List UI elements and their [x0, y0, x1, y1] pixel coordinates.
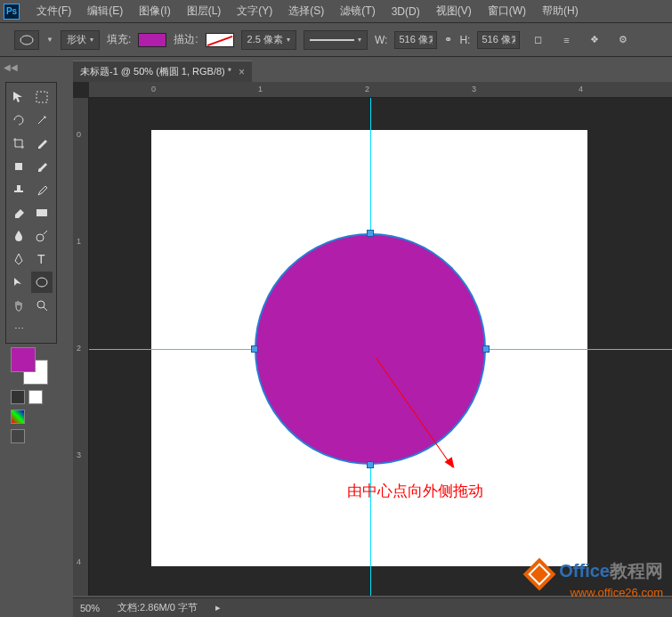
stroke-style-dropdown[interactable]: ▾ — [304, 30, 368, 50]
move-tool[interactable] — [8, 86, 29, 108]
app-logo: Ps — [4, 4, 20, 20]
arrange-icon[interactable]: ❖ — [584, 30, 605, 50]
annotation-text: 由中心点向外侧拖动 — [347, 481, 483, 501]
ruler-tick: 3 — [472, 85, 476, 93]
menu-bar: Ps 文件(F) 编辑(E) 图像(I) 图层(L) 文字(Y) 选择(S) 滤… — [0, 0, 672, 23]
link-icon[interactable]: ⚭ — [444, 34, 452, 45]
pen-tool[interactable] — [8, 248, 29, 270]
chevron-down-icon: ▾ — [90, 36, 93, 44]
svg-rect-2 — [15, 163, 22, 170]
shape-mode-dropdown[interactable]: 形状 ▾ — [61, 30, 100, 50]
crop-tool[interactable] — [8, 133, 29, 154]
zoom-level[interactable]: 50% — [80, 603, 100, 613]
menu-window[interactable]: 窗口(W) — [480, 0, 534, 22]
svg-rect-3 — [36, 209, 47, 216]
path-select-tool[interactable] — [8, 272, 29, 293]
menu-help[interactable]: 帮助(H) — [534, 0, 587, 22]
shape-mode-label: 形状 — [67, 33, 86, 46]
ruler-tick: 4 — [77, 557, 81, 566]
gradient-tool[interactable] — [31, 202, 53, 223]
ruler-tick: 0 — [151, 85, 156, 93]
status-bar: 50% 文档:2.86M/0 字节 ▸ — [73, 597, 672, 617]
path-handle[interactable] — [482, 345, 490, 353]
menu-layer[interactable]: 图层(L) — [179, 0, 230, 22]
menu-file[interactable]: 文件(F) — [28, 0, 79, 22]
path-operations-icon[interactable]: ◻ — [527, 30, 548, 50]
svg-point-0 — [20, 36, 33, 45]
quick-select-tool[interactable] — [31, 110, 53, 131]
screen-mode-icon[interactable] — [28, 390, 43, 404]
ruler-tick: 1 — [258, 85, 263, 93]
zoom-tool[interactable] — [31, 295, 53, 316]
svg-text:T: T — [37, 252, 45, 266]
fill-color-swatch[interactable] — [138, 33, 166, 47]
path-handle[interactable] — [251, 345, 258, 353]
svg-rect-1 — [36, 92, 47, 102]
document-tab[interactable]: 未标题-1 @ 50% (椭圆 1, RGB/8) * × — [73, 61, 252, 82]
hand-tool[interactable] — [8, 295, 29, 316]
collapse-arrow-icon[interactable]: ◀◀ — [4, 62, 18, 72]
path-handle[interactable] — [367, 461, 374, 468]
stroke-width-input[interactable]: 2.5 像素 ▾ — [241, 30, 296, 50]
ruler-tick: 0 — [77, 130, 81, 139]
svg-point-4 — [36, 234, 44, 241]
color-picker[interactable] — [11, 347, 48, 385]
menu-type[interactable]: 文字(Y) — [229, 0, 280, 22]
fill-label: 填充: — [107, 32, 131, 47]
menu-image[interactable]: 图像(I) — [131, 0, 178, 22]
menu-view[interactable]: 视图(V) — [428, 0, 480, 22]
lasso-tool[interactable] — [8, 110, 29, 131]
dodge-tool[interactable] — [31, 225, 53, 247]
doc-info[interactable]: 文档:2.86M/0 字节 — [117, 601, 198, 614]
menu-3d[interactable]: 3D(D) — [384, 2, 428, 21]
ruler-tick: 1 — [77, 237, 81, 246]
gear-icon[interactable]: ⚙ — [612, 30, 634, 50]
brush-tool[interactable] — [31, 156, 53, 177]
menu-select[interactable]: 选择(S) — [280, 0, 332, 22]
svg-point-7 — [37, 301, 45, 308]
eraser-tool[interactable] — [8, 202, 29, 223]
canvas-area: 0 1 2 3 4 0 1 2 3 4 由中心点向外侧拖动 — [73, 82, 672, 596]
ellipse-tool[interactable] — [31, 272, 53, 293]
tab-title: 未标题-1 @ 50% (椭圆 1, RGB/8) * — [80, 65, 231, 78]
ruler-tick: 4 — [579, 85, 583, 93]
chevron-right-icon[interactable]: ▸ — [215, 602, 221, 613]
swatch-icon[interactable] — [11, 410, 25, 424]
chevron-down-icon: ▾ — [287, 36, 290, 44]
history-brush-tool[interactable] — [31, 179, 53, 200]
path-handle[interactable] — [367, 230, 374, 237]
type-tool[interactable]: T — [31, 248, 53, 270]
menu-edit[interactable]: 编辑(E) — [79, 0, 131, 22]
width-label: W: — [375, 34, 387, 46]
more-tools-icon[interactable]: ⋯ — [8, 318, 29, 339]
align-icon[interactable]: ≡ — [555, 30, 577, 50]
menu-filter[interactable]: 滤镜(T) — [332, 0, 383, 22]
chevron-down-icon: ▾ — [358, 36, 361, 44]
close-icon[interactable]: × — [239, 66, 245, 78]
ruler-vertical[interactable]: 0 1 2 3 4 — [73, 98, 89, 596]
width-input[interactable] — [394, 31, 437, 49]
marquee-tool[interactable] — [31, 86, 53, 108]
stamp-tool[interactable] — [8, 179, 29, 200]
healing-tool[interactable] — [8, 156, 29, 177]
height-label: H: — [459, 34, 470, 46]
screen-mode-button[interactable] — [11, 429, 25, 443]
blur-tool[interactable] — [8, 225, 29, 247]
ruler-horizontal[interactable]: 0 1 2 3 4 — [89, 82, 672, 98]
foreground-color-swatch[interactable] — [11, 347, 36, 372]
chevron-down-icon[interactable]: ▼ — [46, 36, 53, 44]
eyedropper-tool[interactable] — [31, 133, 53, 154]
viewport[interactable]: 由中心点向外侧拖动 — [89, 98, 672, 596]
quick-mask-icon[interactable] — [11, 390, 25, 404]
tool-preset-icon[interactable] — [14, 30, 39, 50]
ruler-tick: 3 — [77, 451, 81, 459]
ruler-tick: 2 — [77, 344, 81, 353]
ruler-tick: 2 — [365, 85, 369, 93]
line-icon — [310, 39, 354, 41]
height-input[interactable] — [477, 31, 520, 49]
color-panel — [5, 347, 57, 443]
svg-point-6 — [36, 278, 47, 287]
ellipse-shape[interactable] — [255, 233, 486, 465]
document-tab-bar: 未标题-1 @ 50% (椭圆 1, RGB/8) * × — [73, 61, 252, 82]
stroke-color-swatch[interactable] — [206, 33, 234, 47]
